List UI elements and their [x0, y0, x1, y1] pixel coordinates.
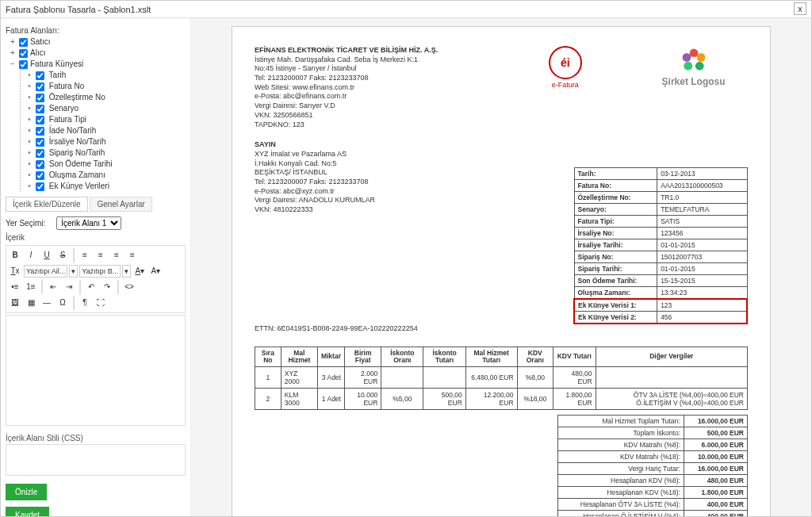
- info-row: Son Ödeme Tarihi:15-15-2015: [574, 274, 747, 286]
- css-label: İçerik Alanı Stili (CSS): [6, 434, 186, 442]
- info-row: Ek Künye Verisi 1:123: [574, 299, 747, 312]
- info-row: İrsaliye Tarihi:01-01-2015: [574, 239, 747, 251]
- css-editor[interactable]: [6, 444, 186, 476]
- save-button[interactable]: Kaydet: [6, 507, 49, 516]
- tree-check[interactable]: [36, 138, 44, 147]
- expand-icon[interactable]: +: [9, 48, 17, 59]
- items-table: Sıra NoMal HizmetMiktarBirim Fiyatİskont…: [255, 347, 748, 411]
- efatura-logo: éi e-Fatura: [549, 46, 582, 89]
- tree-item[interactable]: • Oluşma Zamanı: [25, 170, 186, 181]
- tree-item[interactable]: • Özelleştirme No: [25, 92, 186, 103]
- list-bullet-icon[interactable]: •≡: [8, 280, 22, 294]
- clear-format-icon[interactable]: Tx: [8, 264, 22, 278]
- info-row: İrsaliye No:123456: [574, 227, 747, 239]
- table-icon[interactable]: ▦: [24, 296, 38, 310]
- tree-check[interactable]: [36, 149, 44, 158]
- align-justify-icon[interactable]: ≡: [125, 248, 140, 262]
- invoice-info-table: Tarih:03-12-2013Fatura No:AAA20131000005…: [573, 167, 748, 324]
- app-window: Fatura Şablonu Tasarla - Şablon1.xslt x …: [0, 0, 812, 517]
- tree-item[interactable]: • Fatura Tipi: [25, 114, 186, 125]
- tree-check[interactable]: [36, 160, 44, 169]
- text-color-icon[interactable]: A▾: [132, 264, 147, 278]
- content-editor[interactable]: [6, 315, 186, 426]
- symbol-icon[interactable]: Ω: [56, 296, 70, 310]
- info-row: Senaryo:TEMELFATURA: [574, 203, 747, 215]
- tree-check[interactable]: [36, 82, 44, 91]
- align-left-icon[interactable]: ≡: [78, 248, 92, 262]
- tree-check[interactable]: [19, 60, 28, 69]
- outdent-icon[interactable]: ⇤: [46, 280, 60, 294]
- bold-icon[interactable]: B: [8, 248, 22, 262]
- fields-tree[interactable]: +Satıcı +Alıcı −Fatura Künyesi • Tarih• …: [9, 36, 186, 192]
- svg-point-1: [696, 53, 705, 62]
- underline-icon[interactable]: U: [40, 248, 54, 262]
- image-icon[interactable]: 🖼: [8, 296, 22, 310]
- totals-row: KDV Matrahı (%8):6.000,00 EUR: [558, 439, 748, 451]
- italic-icon[interactable]: I: [24, 248, 38, 262]
- tree-item[interactable]: • Senaryo: [25, 103, 186, 114]
- tree-check[interactable]: [36, 105, 44, 113]
- items-header-cell: İskonto Oranı: [381, 347, 423, 367]
- ettn: ETTN: 6E0419S1-B008-2249-99EA-1022202222…: [255, 324, 748, 332]
- align-right-icon[interactable]: ≡: [109, 248, 124, 262]
- font-size-select[interactable]: Yazıtıpı B...: [79, 265, 121, 278]
- info-row: Özelleştirme No:TR1.0: [574, 191, 747, 203]
- tree-item[interactable]: • İrsaliye No/Tarih: [25, 136, 186, 147]
- paragraph-icon[interactable]: ¶: [78, 296, 92, 310]
- tree-item[interactable]: • Tarih: [25, 70, 186, 81]
- tree-check[interactable]: [36, 171, 44, 180]
- tree-check[interactable]: [36, 127, 44, 136]
- tree-check[interactable]: [36, 94, 44, 102]
- undo-icon[interactable]: ↶: [84, 280, 98, 294]
- totals-table: Mal Hizmet Toplam Tutarı:16.000,00 EURTo…: [557, 415, 748, 516]
- svg-point-4: [682, 53, 691, 62]
- table-row: 2KLM 30001 Adet10.000 EUR%5,00500,00 EUR…: [255, 389, 748, 410]
- bg-color-icon[interactable]: A▾: [148, 264, 163, 278]
- expand-icon[interactable]: −: [9, 59, 17, 70]
- tree-item[interactable]: • Fatura No: [25, 81, 186, 92]
- expand-icon[interactable]: +: [9, 36, 17, 48]
- strike-icon[interactable]: S: [56, 248, 70, 262]
- items-header-cell: Sıra No: [255, 347, 282, 367]
- tree-check[interactable]: [19, 49, 28, 58]
- list-number-icon[interactable]: 1≡: [24, 280, 38, 294]
- fullscreen-icon[interactable]: ⛶: [94, 296, 108, 310]
- tree-item[interactable]: • Sipariş No/Tarih: [25, 147, 186, 159]
- source-icon[interactable]: <>: [122, 280, 136, 294]
- tree-check[interactable]: [36, 116, 44, 124]
- tree-check[interactable]: [19, 38, 28, 47]
- hr-icon[interactable]: —: [40, 296, 54, 310]
- svg-point-5: [690, 57, 697, 64]
- totals-row: Toplam İskonto:500,00 EUR: [558, 427, 748, 439]
- items-header-cell: Mal Hizmet Tutarı: [465, 347, 517, 367]
- font-family-select[interactable]: Yazıtıpı Ail...: [24, 265, 67, 278]
- tree-item[interactable]: • Son Ödeme Tarihi: [25, 159, 186, 170]
- indent-icon[interactable]: ⇥: [62, 280, 76, 294]
- invoice-page: EFİNANS ELEKTRONİK TİCARET VE BİLİŞİM Hİ…: [232, 26, 771, 516]
- titlebar: Fatura Şablonu Tasarla - Şablon1.xslt x: [1, 1, 811, 18]
- location-label: Yer Seçimi:: [6, 219, 45, 228]
- location-select[interactable]: İçerik Alanı 1: [56, 216, 121, 230]
- info-row: Sipariş Tarihi:01-01-2015: [574, 262, 747, 274]
- tree-item[interactable]: • İade No/Tarih: [25, 125, 186, 136]
- tree-check[interactable]: [36, 182, 44, 191]
- totals-row: Hesaplanan KDV (%8):480,00 EUR: [558, 475, 748, 487]
- close-icon[interactable]: x: [794, 2, 806, 15]
- tree-item[interactable]: • Ek Künye Verileri: [25, 181, 186, 192]
- preview-pane: EFİNANS ELEKTRONİK TİCARET VE BİLİŞİM Hİ…: [191, 18, 811, 516]
- preview-button[interactable]: Önizle: [6, 484, 47, 500]
- tab-row: İçerik Ekle/Düzenle Genel Ayarlar: [6, 197, 186, 212]
- align-center-icon[interactable]: ≡: [94, 248, 108, 262]
- tab-general-settings[interactable]: Genel Ayarlar: [90, 197, 151, 212]
- items-header-cell: İskonto Tutarı: [423, 347, 465, 367]
- table-row: 1XYZ 20003 Adet2.000 EUR6.480,00 EUR%8,0…: [255, 367, 748, 389]
- tree-check[interactable]: [36, 71, 44, 80]
- totals-row: Hesaplanan KDV (%18):1.800,00 EUR: [558, 487, 748, 499]
- totals-row: Hesaplanan Ö.İLETİŞİM V (%4):400,00 EUR: [558, 511, 748, 516]
- info-row: Oluşma Zamanı:13:34:23: [574, 286, 747, 299]
- items-header-cell: Miktar: [317, 347, 344, 367]
- svg-point-2: [695, 62, 703, 71]
- redo-icon[interactable]: ↷: [100, 280, 114, 294]
- info-row: Fatura No:AAA2013100000503: [574, 179, 747, 191]
- tab-content-edit[interactable]: İçerik Ekle/Düzenle: [6, 197, 88, 212]
